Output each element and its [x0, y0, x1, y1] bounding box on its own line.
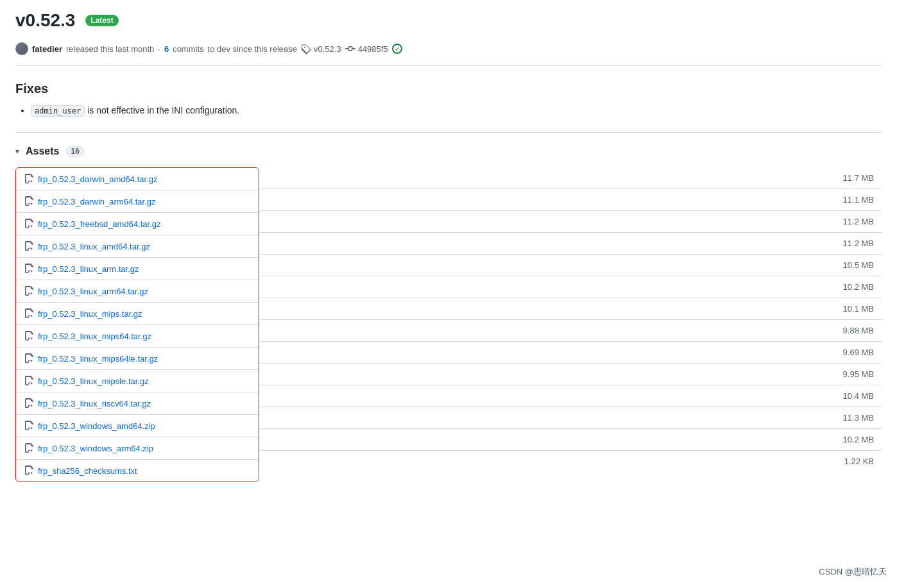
file-archive-icon: [24, 466, 34, 476]
asset-size: 10.4 MB: [259, 385, 882, 407]
asset-size: 1.22 KB: [259, 451, 882, 472]
file-archive-icon: [24, 308, 34, 319]
asset-size: 10.2 MB: [259, 276, 882, 298]
assets-bordered-box: frp_0.52.3_darwin_amd64.tar.gzfrp_0.52.3…: [15, 167, 259, 482]
file-archive-icon: [24, 331, 34, 341]
asset-file-link[interactable]: frp_0.52.3_windows_amd64.zip: [38, 421, 155, 431]
asset-item: frp_0.52.3_linux_arm64.tar.gz: [16, 280, 259, 303]
asset-size: 9.69 MB: [259, 342, 882, 364]
assets-count-badge: 16: [65, 146, 84, 157]
release-meta: fatedier released this last month · 6 co…: [15, 38, 882, 65]
asset-size: 10.5 MB: [259, 255, 882, 276]
tag-icon: [301, 44, 311, 54]
asset-file-link[interactable]: frp_sha256_checksums.txt: [38, 466, 137, 476]
file-archive-icon: [24, 376, 34, 386]
asset-size: 11.1 MB: [259, 189, 882, 211]
commit-icon: [345, 44, 355, 54]
asset-size: 9.95 MB: [259, 364, 882, 385]
latest-badge: Latest: [85, 15, 118, 26]
fixes-title: Fixes: [15, 81, 882, 96]
file-archive-icon: [24, 174, 34, 184]
asset-file-link[interactable]: frp_0.52.3_windows_arm64.zip: [38, 444, 153, 453]
assets-title: Assets: [26, 146, 59, 157]
asset-item: frp_0.52.3_freebsd_amd64.tar.gz: [16, 213, 259, 235]
asset-item: frp_0.52.3_linux_mipsle.tar.gz: [16, 370, 259, 392]
asset-file-link[interactable]: frp_0.52.3_linux_riscv64.tar.gz: [38, 399, 151, 408]
asset-file-link[interactable]: frp_0.52.3_linux_mips64le.tar.gz: [38, 354, 158, 364]
asset-size: 11.3 MB: [259, 407, 882, 429]
asset-file-link[interactable]: frp_0.52.3_linux_arm.tar.gz: [38, 264, 139, 274]
asset-file-link[interactable]: frp_0.52.3_linux_mips64.tar.gz: [38, 332, 151, 341]
assets-section: ▾ Assets 16 frp_0.52.3_darwin_amd64.tar.…: [15, 133, 882, 482]
file-archive-icon: [24, 421, 34, 431]
asset-size: 10.1 MB: [259, 298, 882, 320]
fix-item: admin_user is not effective in the INI c…: [31, 105, 882, 115]
asset-file-link[interactable]: frp_0.52.3_linux_mips.tar.gz: [38, 309, 142, 319]
asset-item: frp_sha256_checksums.txt: [16, 460, 259, 482]
asset-item: frp_0.52.3_linux_mips64.tar.gz: [16, 325, 259, 348]
tag-meta: v0.52.3: [301, 44, 341, 54]
asset-size: 11.7 MB: [259, 167, 882, 189]
author-link[interactable]: fatedier: [32, 44, 62, 54]
asset-size: 11.2 MB: [259, 211, 882, 233]
asset-file-link[interactable]: frp_0.52.3_darwin_amd64.tar.gz: [38, 174, 157, 184]
file-archive-icon: [24, 241, 34, 251]
avatar: [15, 42, 28, 55]
asset-item: frp_0.52.3_linux_riscv64.tar.gz: [16, 392, 259, 415]
asset-size: 10.2 MB: [259, 429, 882, 451]
asset-item: frp_0.52.3_linux_arm.tar.gz: [16, 258, 259, 280]
fixes-list: admin_user is not effective in the INI c…: [15, 105, 882, 115]
asset-file-link[interactable]: frp_0.52.3_freebsd_amd64.tar.gz: [38, 219, 161, 229]
file-archive-icon: [24, 398, 34, 408]
asset-item: frp_0.52.3_linux_amd64.tar.gz: [16, 235, 259, 258]
commit-meta: 44985f5: [345, 44, 388, 54]
asset-file-link[interactable]: frp_0.52.3_linux_mipsle.tar.gz: [38, 376, 149, 386]
asset-size: 11.2 MB: [259, 233, 882, 255]
commit-hash: 44985f5: [358, 44, 388, 54]
assets-toggle-icon: ▾: [15, 147, 19, 156]
asset-file-link[interactable]: frp_0.52.3_linux_amd64.tar.gz: [38, 242, 150, 251]
released-time: released this last month: [66, 44, 154, 54]
file-archive-icon: [24, 219, 34, 229]
asset-item: frp_0.52.3_darwin_arm64.tar.gz: [16, 190, 259, 213]
assets-layout: frp_0.52.3_darwin_amd64.tar.gzfrp_0.52.3…: [15, 167, 882, 482]
commits-label: commits: [173, 44, 203, 54]
asset-item: frp_0.52.3_windows_amd64.zip: [16, 415, 259, 437]
version-title: v0.52.3: [15, 10, 75, 31]
file-archive-icon: [24, 196, 34, 206]
asset-file-link[interactable]: frp_0.52.3_linux_arm64.tar.gz: [38, 287, 148, 296]
tag-value: v0.52.3: [314, 44, 341, 54]
asset-item: frp_0.52.3_linux_mips64le.tar.gz: [16, 348, 259, 370]
release-header: v0.52.3 Latest: [15, 0, 882, 38]
asset-file-link[interactable]: frp_0.52.3_darwin_arm64.tar.gz: [38, 197, 156, 206]
assets-sizes-col: 11.7 MB11.1 MB11.2 MB11.2 MB10.5 MB10.2 …: [259, 167, 882, 482]
assets-header[interactable]: ▾ Assets 16: [15, 146, 882, 157]
file-archive-icon: [24, 443, 34, 453]
file-archive-icon: [24, 286, 34, 296]
fix-text: is not effective in the INI configuratio…: [87, 105, 239, 115]
file-archive-icon: [24, 264, 34, 274]
asset-size: 9.88 MB: [259, 320, 882, 342]
commits-count-link[interactable]: 6: [164, 44, 169, 54]
asset-item: frp_0.52.3_windows_arm64.zip: [16, 437, 259, 460]
asset-item: frp_0.52.3_linux_mips.tar.gz: [16, 303, 259, 325]
fix-code: admin_user: [31, 105, 85, 117]
fixes-section: Fixes admin_user is not effective in the…: [15, 66, 882, 132]
dot-separator: ·: [158, 44, 160, 54]
commits-suffix: to dev since this release: [208, 44, 297, 54]
asset-item: frp_0.52.3_darwin_amd64.tar.gz: [16, 168, 259, 190]
check-circle-icon: ✓: [392, 44, 402, 54]
file-archive-icon: [24, 353, 34, 364]
